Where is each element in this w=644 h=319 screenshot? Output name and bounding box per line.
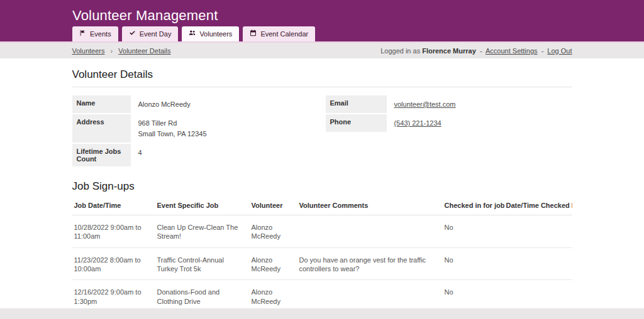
cell-event-specific-job: Clean Up Crew-Clean The Stream! [155,215,250,248]
breadcrumb-separator: › [111,47,113,55]
heading-divider [72,87,572,87]
page-title: Volunteer Details [72,58,572,87]
cell-job-datetime: 10/28/2022 9:00am to 11:00am [72,215,155,248]
cell-checked-in: No [443,215,504,248]
cell-event-specific-job: Donations-Food and Clothing Drive [155,280,250,308]
session-info: Logged in as Florence Murray - Account S… [380,47,572,55]
field-label: Email [326,95,387,113]
tab-label: Volunteers [199,30,232,38]
tab-events[interactable]: Events [72,26,118,41]
signups-table: Job Date/Time Event Specific Job Volunte… [72,195,572,308]
breadcrumb-link-volunteer-details[interactable]: Volunteer Details [118,47,170,55]
tab-volunteers[interactable]: Volunteers [182,26,239,41]
cell-event-specific-job: Traffic Control-Annual Turkey Trot 5k [155,247,250,280]
cell-volunteer: Alonzo McReedy [250,247,297,280]
col-header-event-specific-job: Event Specific Job [155,195,250,215]
separator-dash: - [480,47,482,55]
tab-event-day[interactable]: Event Day [122,26,179,41]
col-header-job-datetime: Job Date/Time [72,195,155,215]
address-line-1: 968 Tiller Rd [138,118,207,129]
table-row: 10/28/2022 9:00am to 11:00am Clean Up Cr… [72,215,572,248]
phone-link[interactable]: (543) 221-1234 [394,119,441,127]
table-row: 12/16/2022 9:00am to 1:30pm Donations-Fo… [72,280,572,308]
cell-datetime-checked-in [504,280,572,308]
detail-row-address: Address 968 Tiller Rd Small Town, PA 123… [72,114,326,143]
cell-volunteer-comments [297,280,443,308]
breadcrumb-link-volunteers[interactable]: Volunteers [72,47,105,55]
signups-heading: Job Sign-ups [72,168,572,195]
log-out-link[interactable]: Log Out [547,47,572,55]
detail-row-phone: Phone (543) 221-1234 [326,114,572,132]
lifetime-jobs-value: 4 [131,144,142,166]
page: Volunteer Management Events Event Day Vo… [0,0,644,319]
logged-in-prefix: Logged in as [380,47,420,55]
table-row: 11/23/2022 8:00am to 10:00am Traffic Con… [72,247,572,280]
app-header: Volunteer Management Events Event Day Vo… [0,0,644,43]
users-icon [189,30,196,38]
address-value: 968 Tiller Rd Small Town, PA 12345 [131,114,207,143]
detail-row-lifetime-jobs: Lifetime Jobs Count 4 [72,144,326,166]
cell-volunteer: Alonzo McReedy [250,215,297,248]
email-link[interactable]: volunteer@test.com [394,100,456,108]
tab-label: Events [90,30,111,38]
field-label: Name [72,95,131,113]
detail-row-name: Name Alonzo McReedy [72,95,326,113]
cell-job-datetime: 11/23/2022 8:00am to 10:00am [72,247,155,280]
table-header-row: Job Date/Time Event Specific Job Volunte… [72,195,572,215]
name-value: Alonzo McReedy [131,95,191,113]
cell-checked-in: No [443,280,504,308]
check-icon [129,30,136,38]
col-header-datetime-checked-in: Date/Time Checked In [504,195,572,215]
cell-volunteer-comments: Do you have an orange vest for the traff… [297,247,443,280]
field-label: Lifetime Jobs Count [72,144,131,166]
breadcrumb: Volunteers › Volunteer Details [72,47,171,55]
address-line-2: Small Town, PA 12345 [138,129,207,139]
cell-checked-in: No [443,247,504,280]
tab-label: Event Day [140,30,172,38]
col-header-volunteer: Volunteer [250,195,297,215]
tab-event-calendar[interactable]: Event Calendar [243,26,315,41]
cell-volunteer-comments [297,215,443,248]
volunteer-details: Name Alonzo McReedy Address 968 Tiller R… [72,95,572,168]
field-label: Address [72,114,131,143]
logged-in-user: Florence Murray [422,47,476,55]
cell-datetime-checked-in [504,247,572,280]
app-title: Volunteer Management [72,8,218,24]
cell-datetime-checked-in [504,215,572,248]
field-label: Phone [326,114,387,132]
breadcrumb-bar: Volunteers › Volunteer Details Logged in… [0,43,644,58]
separator-dash: - [541,47,544,55]
col-header-checked-in: Checked in for job? [443,195,504,215]
cell-job-datetime: 12/16/2022 9:00am to 1:30pm [72,280,155,308]
detail-row-email: Email volunteer@test.com [326,95,572,113]
col-header-volunteer-comments: Volunteer Comments [297,195,443,215]
tab-label: Event Calendar [260,30,308,38]
nav-tabs: Events Event Day Volunteers Event Calend… [72,26,315,41]
main-content: Volunteer Details Name Alonzo McReedy Ad… [0,58,644,308]
cell-volunteer: Alonzo McReedy [250,280,297,308]
calendar-icon [250,30,257,38]
account-settings-link[interactable]: Account Settings [486,47,538,55]
flag-icon [79,30,86,38]
